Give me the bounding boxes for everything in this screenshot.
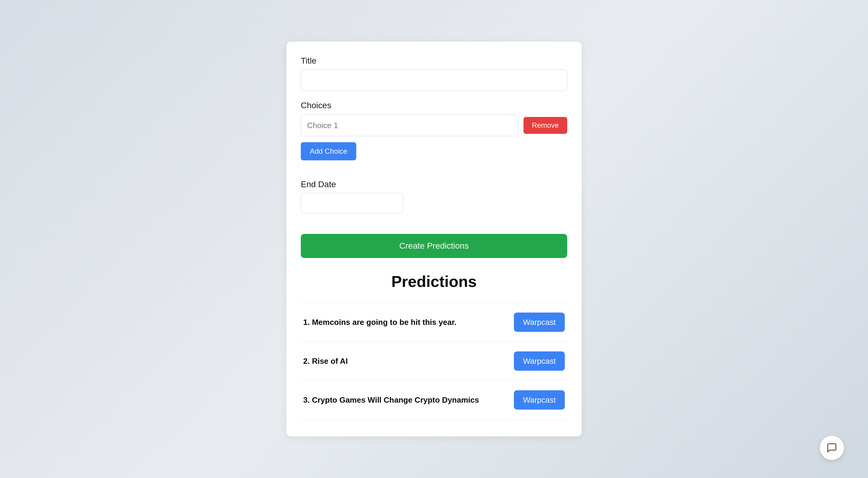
- chat-icon: [827, 442, 837, 453]
- create-predictions-button[interactable]: Create Predictions: [301, 234, 567, 258]
- prediction-text-1: 1. Memcoins are going to be hit this yea…: [303, 317, 514, 328]
- prediction-item-2: 2. Rise of AIWarpcast: [301, 342, 567, 380]
- remove-button[interactable]: Remove: [524, 117, 567, 134]
- predictions-list: 1. Memcoins are going to be hit this yea…: [301, 302, 567, 419]
- title-label: Title: [301, 56, 567, 66]
- form-section: Title Choices Remove Add Choice End Date…: [301, 56, 567, 273]
- prediction-text-3: 3. Crypto Games Will Change Crypto Dynam…: [303, 394, 514, 405]
- add-choice-button[interactable]: Add Choice: [301, 142, 356, 160]
- end-date-input[interactable]: 03/23/2024, 5:03 PM: [301, 193, 403, 213]
- prediction-text-2: 2. Rise of AI: [303, 356, 514, 367]
- prediction-item-1: 1. Memcoins are going to be hit this yea…: [301, 302, 567, 342]
- choice-row-1: Remove: [301, 115, 567, 136]
- predictions-section: Predictions 1. Memcoins are going to be …: [301, 273, 567, 419]
- warpcast-button-1[interactable]: Warpcast: [514, 313, 565, 332]
- warpcast-button-2[interactable]: Warpcast: [514, 351, 565, 371]
- chat-bubble[interactable]: [820, 436, 844, 460]
- title-field-group: Title: [301, 56, 567, 91]
- predictions-title: Predictions: [301, 273, 567, 290]
- choices-label: Choices: [301, 101, 567, 110]
- prediction-item-3: 3. Crypto Games Will Change Crypto Dynam…: [301, 380, 567, 419]
- warpcast-button-3[interactable]: Warpcast: [514, 390, 565, 410]
- choice-1-input[interactable]: [301, 115, 519, 136]
- title-input[interactable]: [301, 69, 567, 91]
- choices-field-group: Choices Remove Add Choice: [301, 101, 567, 170]
- end-date-label: End Date: [301, 180, 567, 189]
- main-card: Title Choices Remove Add Choice End Date…: [286, 41, 582, 437]
- end-date-field-group: End Date 03/23/2024, 5:03 PM: [301, 180, 567, 213]
